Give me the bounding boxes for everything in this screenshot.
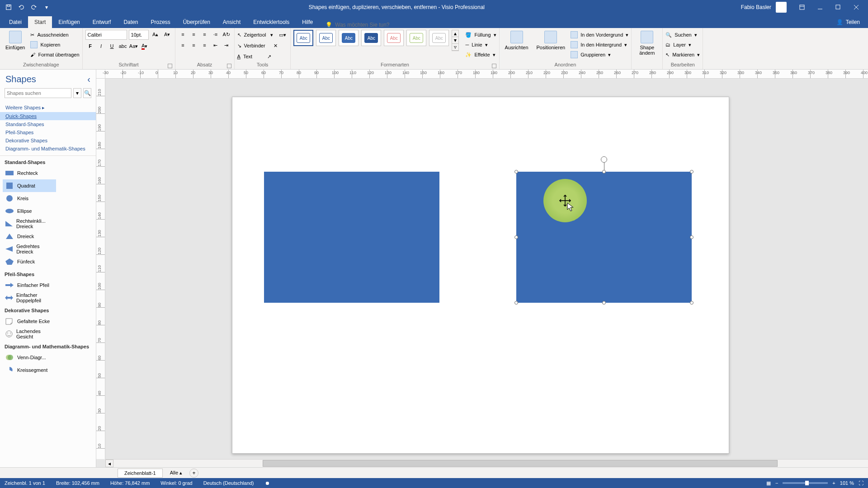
- bullets-button[interactable]: ∙≡: [211, 30, 221, 39]
- tab-entwurf[interactable]: Entwurf: [86, 16, 118, 28]
- stencil-diagramm-und-mathematik-shapes[interactable]: Diagramm- und Mathematik-Shapes: [0, 145, 96, 153]
- layer-button[interactable]: 🗂Layer▾: [665, 40, 700, 50]
- cut-button[interactable]: ✂Ausschneiden: [30, 30, 79, 40]
- zoom-in-button[interactable]: +: [832, 480, 835, 486]
- align-right-button[interactable]: ≡: [200, 41, 210, 50]
- selection-handle-e[interactable]: [690, 235, 693, 239]
- drawing-area[interactable]: [105, 79, 868, 459]
- selection-handle-se[interactable]: [690, 301, 693, 305]
- shapes-search-input[interactable]: [5, 88, 71, 98]
- status-language[interactable]: Deutsch (Deutschland): [203, 480, 254, 486]
- more-shapes-button[interactable]: Weitere Shapes ▸: [0, 103, 96, 112]
- tab-prozess[interactable]: Prozess: [144, 16, 176, 28]
- tab-einfügen[interactable]: Einfügen: [52, 16, 86, 28]
- style-swatch[interactable]: Abc: [293, 30, 313, 46]
- style-swatch[interactable]: Abc: [406, 30, 426, 46]
- paragraph-dialog-launcher[interactable]: [227, 64, 231, 68]
- stencil-quick-shapes[interactable]: Quick-Shapes: [0, 112, 96, 120]
- paste-button[interactable]: Einfügen: [3, 30, 28, 51]
- freeform-tool-button[interactable]: ↗: [264, 52, 274, 61]
- find-button[interactable]: 🔍Suchen▾: [665, 30, 700, 40]
- tab-entwicklertools[interactable]: Entwicklertools: [247, 16, 296, 28]
- horizontal-scrollbar[interactable]: ◂ ▸: [105, 459, 868, 467]
- zoom-slider[interactable]: [783, 482, 828, 484]
- font-size-combo[interactable]: [129, 30, 149, 40]
- hscroll-track[interactable]: [113, 460, 868, 467]
- sheet-all-dropdown[interactable]: Alle ▴: [167, 469, 185, 477]
- line-button[interactable]: ─Linie▾: [465, 40, 496, 50]
- shape-chip-f-nfeck[interactable]: Fünfeck: [3, 255, 56, 268]
- grow-font-button[interactable]: A▴: [151, 30, 160, 39]
- connector-tool-button[interactable]: ↘Verbinder✕: [237, 41, 281, 51]
- shape-chip-rechteck[interactable]: Rechteck: [3, 167, 56, 179]
- font-color-button[interactable]: A▾: [140, 42, 150, 51]
- gallery-row-down[interactable]: ▾: [452, 37, 458, 44]
- group-button[interactable]: Gruppieren▾: [571, 50, 628, 60]
- shape-styles-launcher[interactable]: [492, 64, 496, 68]
- bring-front-button[interactable]: In den Vordergrund▾: [571, 30, 628, 40]
- format-painter-button[interactable]: 🖌Format übertragen: [30, 50, 79, 60]
- user-avatar[interactable]: [776, 2, 787, 13]
- macro-record-icon[interactable]: ⏺: [265, 480, 270, 486]
- select-button[interactable]: ↖Markieren▾: [665, 50, 700, 60]
- font-name-combo[interactable]: [85, 30, 127, 40]
- gallery-row-up[interactable]: ▴: [452, 30, 458, 37]
- align-bottom-button[interactable]: ≡: [200, 30, 210, 39]
- shape-chip-gefaltete-ecke[interactable]: Gefaltete Ecke: [3, 315, 56, 328]
- send-back-button[interactable]: In den Hintergrund▾: [571, 40, 628, 50]
- selection-handle-n[interactable]: [602, 170, 606, 174]
- tab-daten[interactable]: Daten: [117, 16, 144, 28]
- shape-chip-kreis[interactable]: Kreis: [3, 192, 56, 205]
- gallery-expand[interactable]: ▿: [452, 44, 458, 51]
- rotate-text-button[interactable]: A↻: [222, 30, 231, 39]
- minimize-button[interactable]: [811, 1, 829, 14]
- case-button[interactable]: Aa▾: [129, 42, 139, 51]
- align-top-button[interactable]: ≡: [178, 30, 188, 39]
- style-swatch[interactable]: Abc: [339, 30, 359, 46]
- stencil-standard-shapes[interactable]: Standard-Shapes: [0, 120, 96, 128]
- qat-customize[interactable]: ▾: [41, 1, 52, 13]
- tell-me-input[interactable]: [335, 22, 425, 28]
- shape-rectangle-1[interactable]: [264, 172, 439, 303]
- shapes-search-options[interactable]: ▾: [73, 88, 81, 98]
- hscroll-left[interactable]: ◂: [105, 460, 113, 467]
- style-swatch[interactable]: Abc: [361, 30, 381, 46]
- save-button[interactable]: [3, 1, 14, 13]
- tab-ansicht[interactable]: Ansicht: [217, 16, 247, 28]
- ribbon-display-options[interactable]: [793, 1, 811, 14]
- stencil-dekorative-shapes[interactable]: Dekorative Shapes: [0, 136, 96, 145]
- effects-button[interactable]: ✨Effekte▾: [465, 50, 496, 60]
- style-swatch[interactable]: Abc: [384, 30, 404, 46]
- position-button[interactable]: Positionieren: [534, 30, 568, 51]
- shape-chip-einfacher-doppelpfeil[interactable]: Einfacher Doppelpfeil: [3, 291, 56, 304]
- underline-button[interactable]: U: [107, 42, 117, 51]
- increase-indent-button[interactable]: ⇥: [222, 41, 231, 50]
- shape-chip-einfacher-pfeil[interactable]: Einfacher Pfeil: [3, 279, 56, 291]
- shapes-pane-collapse[interactable]: ‹: [87, 74, 90, 84]
- decrease-indent-button[interactable]: ⇤: [211, 41, 221, 50]
- shape-chip-dreieck[interactable]: Dreieck: [3, 230, 56, 243]
- undo-button[interactable]: [15, 1, 27, 13]
- shape-chip-quadrat[interactable]: Quadrat: [3, 179, 56, 192]
- fill-button[interactable]: 🪣Füllung▾: [465, 30, 496, 40]
- tab-datei[interactable]: Datei: [3, 16, 28, 28]
- align-middle-button[interactable]: ≡: [189, 30, 199, 39]
- selection-handle-s[interactable]: [602, 301, 606, 305]
- maximize-button[interactable]: [829, 1, 847, 14]
- redo-button[interactable]: [28, 1, 40, 13]
- close-button[interactable]: [847, 1, 865, 14]
- tab-überprüfen[interactable]: Überprüfen: [177, 16, 217, 28]
- share-button[interactable]: 👤Teilen: [831, 16, 865, 28]
- shape-chip-lachendes-gesicht[interactable]: Lachendes Gesicht: [3, 328, 56, 340]
- shape-rectangle-2-selected[interactable]: [516, 172, 692, 303]
- style-swatch[interactable]: Abc: [429, 30, 449, 46]
- bold-button[interactable]: F: [85, 42, 95, 51]
- selection-handle-sw[interactable]: [514, 301, 518, 305]
- shape-chip-rechtwinkli-dreieck[interactable]: Rechtwinkli... Dreieck: [3, 217, 56, 230]
- tab-start[interactable]: Start: [28, 16, 52, 28]
- presentation-mode-button[interactable]: ▦: [766, 480, 771, 486]
- pointer-tool-button[interactable]: ↖Zeigertool▾▭▾: [237, 30, 288, 40]
- hscroll-thumb[interactable]: [263, 460, 777, 467]
- selection-handle-w[interactable]: [514, 235, 518, 239]
- style-swatch[interactable]: Abc: [316, 30, 336, 46]
